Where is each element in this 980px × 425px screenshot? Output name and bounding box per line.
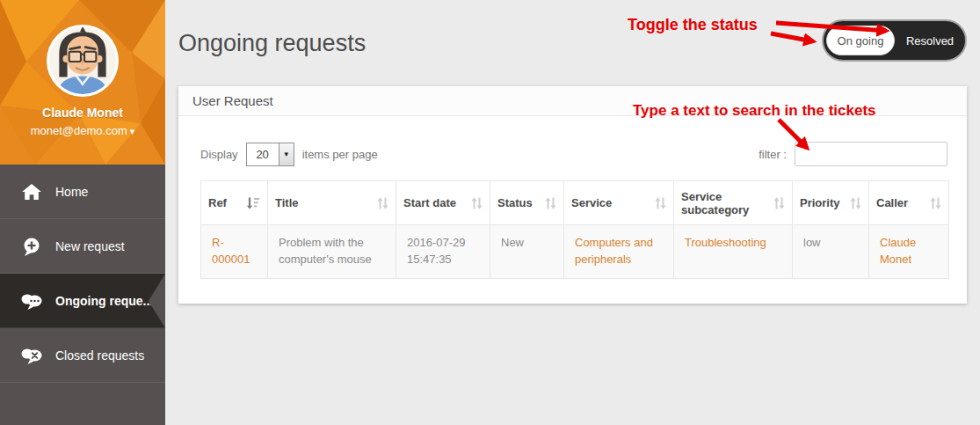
sidebar-item-label: New request bbox=[55, 239, 125, 253]
column-header-service[interactable]: Service bbox=[564, 181, 674, 225]
column-header-status[interactable]: Status bbox=[490, 181, 564, 225]
avatar bbox=[47, 25, 119, 97]
column-label: Service subcategory bbox=[681, 190, 770, 216]
sort-icon bbox=[850, 197, 861, 209]
sidebar-item-ongoing-requests[interactable]: Ongoing reque... bbox=[0, 274, 165, 328]
select-dropdown-button[interactable]: ▼ bbox=[279, 143, 294, 165]
cell-start-date: 2016-07-29 15:47:35 bbox=[396, 225, 490, 279]
new-request-icon bbox=[21, 237, 42, 256]
sidebar-item-label: Closed requests bbox=[55, 348, 144, 363]
column-label: Caller bbox=[876, 196, 908, 209]
sort-icon bbox=[773, 197, 785, 209]
user-name: Claude Monet bbox=[0, 106, 165, 120]
table-header-row: Ref Title bbox=[201, 181, 949, 225]
cell-service-subcategory: Troubleshooting bbox=[674, 225, 793, 279]
items-per-page-value: 20 bbox=[247, 143, 279, 165]
column-label: Start date bbox=[403, 196, 456, 209]
itop-portal-app: Claude Monet monet@demo.com▾ Home bbox=[0, 0, 980, 425]
sort-desc-icon bbox=[246, 197, 260, 209]
filter-label: filter : bbox=[759, 148, 787, 161]
service-link[interactable]: Computers and peripherals bbox=[575, 236, 653, 266]
status-toggle: On going Resolved bbox=[822, 19, 967, 62]
column-label: Title bbox=[275, 196, 299, 209]
user-email-text: monet@demo.com bbox=[31, 124, 127, 137]
cell-caller: Claude Monet bbox=[869, 225, 949, 279]
table-row[interactable]: R-000001 Problem with the computer's mou… bbox=[201, 225, 949, 279]
annotation-toggle-status: Toggle the status bbox=[628, 16, 758, 34]
filter-control: filter : bbox=[759, 142, 947, 166]
sort-icon bbox=[655, 197, 666, 209]
requests-table: Ref Title bbox=[200, 180, 949, 279]
cell-title: Problem with the computer's mouse bbox=[268, 225, 396, 279]
column-label: Status bbox=[497, 196, 533, 209]
column-header-service-subcategory[interactable]: Service subcategory bbox=[674, 181, 793, 225]
column-header-title[interactable]: Title bbox=[268, 181, 396, 225]
filter-input[interactable] bbox=[795, 142, 947, 166]
sort-icon bbox=[545, 197, 556, 209]
toggle-option-ongoing[interactable]: On going bbox=[826, 26, 895, 55]
sidebar-nav: Home New request bbox=[0, 165, 165, 383]
column-header-caller[interactable]: Caller bbox=[869, 181, 949, 225]
caret-down-icon: ▼ bbox=[283, 150, 290, 158]
items-per-page-label: items per page bbox=[302, 148, 378, 161]
sort-icon bbox=[930, 197, 941, 209]
items-per-page-control: Display 20 ▼ items per page bbox=[200, 143, 378, 166]
toggle-option-resolved[interactable]: Resolved bbox=[895, 34, 965, 48]
annotation-filter-hint: Type a text to search in the tickets bbox=[633, 102, 876, 120]
service-subcategory-link[interactable]: Troubleshooting bbox=[685, 236, 766, 249]
column-header-ref[interactable]: Ref bbox=[201, 181, 268, 225]
column-header-priority[interactable]: Priority bbox=[793, 181, 869, 225]
cell-ref: R-000001 bbox=[201, 225, 268, 279]
column-label: Priority bbox=[800, 196, 840, 209]
closed-requests-icon bbox=[21, 346, 42, 365]
sort-icon bbox=[471, 197, 483, 209]
user-panel: Claude Monet monet@demo.com▾ bbox=[0, 0, 165, 165]
sidebar-item-label: Ongoing reque... bbox=[55, 294, 153, 308]
table-controls: Display 20 ▼ items per page filter : bbox=[200, 141, 947, 167]
ongoing-requests-icon bbox=[21, 291, 42, 311]
column-header-start-date[interactable]: Start date bbox=[396, 181, 490, 225]
caller-link[interactable]: Claude Monet bbox=[880, 236, 916, 266]
sidebar-item-new-request[interactable]: New request bbox=[0, 219, 165, 274]
page-title: Ongoing requests bbox=[178, 30, 366, 57]
cell-service: Computers and peripherals bbox=[564, 225, 674, 279]
sidebar: Claude Monet monet@demo.com▾ Home bbox=[0, 0, 165, 425]
sidebar-item-closed-requests[interactable]: Closed requests bbox=[0, 328, 165, 383]
items-per-page-select[interactable]: 20 ▼ bbox=[246, 143, 294, 166]
cell-priority: low bbox=[793, 225, 869, 279]
sort-icon bbox=[377, 197, 388, 209]
column-label: Ref bbox=[208, 196, 227, 209]
display-label: Display bbox=[200, 148, 238, 161]
sidebar-item-label: Home bbox=[55, 185, 88, 199]
chevron-down-icon: ▾ bbox=[130, 126, 135, 136]
column-label: Service bbox=[571, 196, 612, 209]
ref-link[interactable]: R-000001 bbox=[212, 236, 250, 266]
cell-status: New bbox=[490, 225, 564, 279]
user-menu[interactable]: monet@demo.com▾ bbox=[0, 124, 165, 137]
arrow-to-ongoing bbox=[771, 33, 813, 41]
home-icon bbox=[21, 182, 42, 202]
sidebar-item-home[interactable]: Home bbox=[0, 165, 165, 219]
